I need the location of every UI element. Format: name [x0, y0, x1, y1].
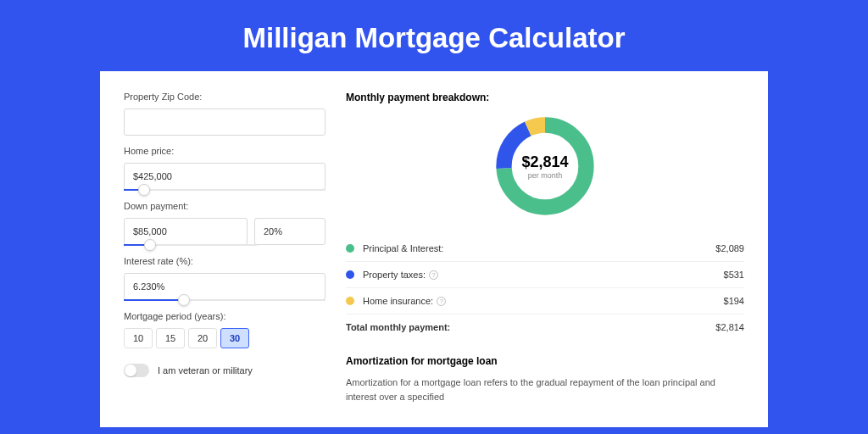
rate-slider[interactable] [124, 299, 326, 301]
down-pct-input[interactable] [254, 218, 326, 245]
period-button-20[interactable]: 20 [188, 328, 217, 348]
rate-input[interactable] [124, 273, 326, 300]
total-label: Total monthly payment: [346, 322, 715, 332]
amort-text: Amortization for a mortgage loan refers … [346, 376, 744, 404]
donut-center: $2,814 per month [521, 153, 568, 180]
down-slider-thumb[interactable] [144, 239, 156, 251]
price-slider[interactable] [124, 189, 326, 191]
price-input[interactable] [124, 163, 326, 190]
donut-amount: $2,814 [521, 153, 568, 171]
price-slider-thumb[interactable] [138, 184, 150, 196]
legend-row-ins: Home insurance:?$194 [346, 287, 744, 314]
zip-label: Property Zip Code: [124, 92, 326, 102]
veteran-toggle-label: I am veteran or military [158, 365, 253, 376]
period-label: Mortgage period (years): [124, 311, 326, 321]
toggle-knob [125, 364, 136, 376]
donut-chart: $2,814 per month [346, 112, 744, 220]
down-amount-input[interactable] [124, 218, 248, 245]
results-panel: Monthly payment breakdown: $2,814 per mo… [346, 92, 744, 407]
period-group: 10152030 [124, 328, 326, 348]
legend-dot [346, 297, 354, 305]
veteran-toggle[interactable] [124, 364, 149, 377]
down-slider[interactable] [124, 244, 257, 246]
total-value: $2,814 [715, 322, 744, 332]
price-label: Home price: [124, 146, 326, 156]
legend: Principal & Interest:$2,089Property taxe… [346, 236, 744, 314]
rate-label: Interest rate (%): [124, 256, 326, 266]
breakdown-title: Monthly payment breakdown: [346, 92, 744, 103]
legend-dot [346, 244, 354, 253]
period-button-30[interactable]: 30 [220, 328, 249, 348]
legend-value: $2,089 [715, 243, 744, 253]
calculator-card: Property Zip Code: Home price: Down paym… [100, 71, 768, 427]
legend-dot [346, 270, 354, 279]
donut-per: per month [521, 171, 568, 180]
legend-label: Home insurance:? [363, 296, 724, 306]
legend-label: Property taxes:? [363, 270, 724, 280]
total-row: Total monthly payment: $2,814 [346, 314, 744, 340]
amort-title: Amortization for mortgage loan [346, 355, 744, 367]
rate-slider-fill [124, 299, 184, 301]
zip-input[interactable] [124, 108, 326, 136]
info-icon[interactable]: ? [429, 270, 438, 280]
legend-value: $531 [724, 270, 744, 280]
legend-label: Principal & Interest: [363, 243, 715, 253]
legend-value: $194 [724, 296, 744, 306]
info-icon[interactable]: ? [437, 297, 446, 306]
page-title: Milligan Mortgage Calculator [0, 0, 868, 71]
rate-slider-thumb[interactable] [178, 294, 190, 306]
inputs-panel: Property Zip Code: Home price: Down paym… [124, 92, 326, 407]
down-label: Down payment: [124, 201, 326, 211]
period-button-15[interactable]: 15 [156, 328, 185, 348]
period-button-10[interactable]: 10 [124, 328, 153, 348]
legend-row-tax: Property taxes:?$531 [346, 261, 744, 287]
legend-row-pi: Principal & Interest:$2,089 [346, 236, 744, 261]
